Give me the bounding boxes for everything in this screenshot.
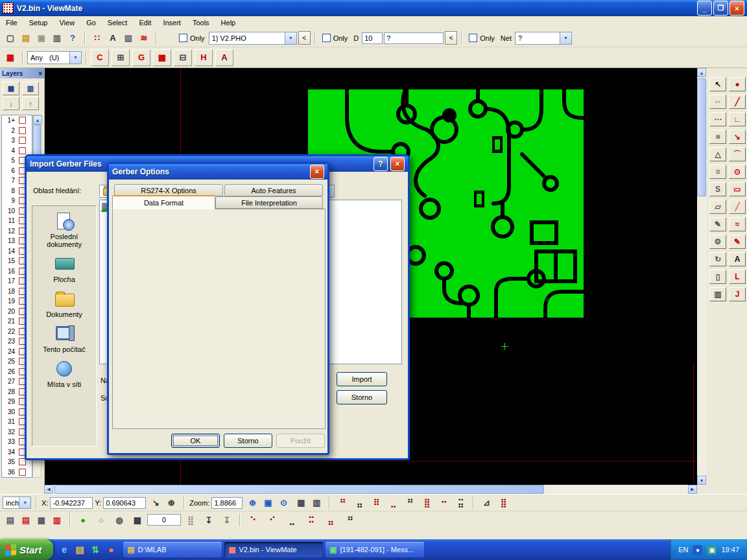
- fill-tool-icon[interactable]: ■: [709, 130, 726, 144]
- place-documents[interactable]: Dokumenty: [34, 289, 94, 318]
- grid-icon[interactable]: ▦: [293, 496, 309, 510]
- place-my-computer[interactable]: Tento počítač: [34, 324, 94, 353]
- aperture-pattern-icon[interactable]: ⠛: [342, 513, 358, 527]
- layer-combo[interactable]: 1) V2.PHO ▼: [209, 32, 297, 45]
- rotate-tool-icon[interactable]: ↻: [709, 252, 726, 266]
- place-network[interactable]: Místa v síti: [34, 359, 94, 388]
- language-indicator[interactable]: EN: [678, 546, 688, 554]
- zoom-window-icon[interactable]: ▣: [260, 496, 276, 510]
- dcode-pattern-icon[interactable]: ⠛: [335, 496, 350, 510]
- select-tool-icon[interactable]: ↖: [709, 77, 726, 91]
- save-icon[interactable]: ▣: [34, 31, 49, 45]
- l-shape-tool-icon[interactable]: L: [729, 270, 746, 284]
- open-folder-icon[interactable]: ▤: [18, 31, 34, 45]
- dcode-grid-icon[interactable]: ∷: [89, 31, 105, 45]
- aperture-pattern-icon[interactable]: ⠑: [245, 513, 261, 527]
- thin-line-tool-icon[interactable]: ╱: [729, 200, 746, 214]
- prev-layer-button[interactable]: <: [298, 31, 311, 45]
- snap-grid-icon[interactable]: ▦: [130, 513, 145, 527]
- net-combo[interactable]: ? ▼: [515, 32, 572, 45]
- only-layer-checkbox[interactable]: [179, 34, 187, 42]
- dcode-pattern-icon[interactable]: ⠿: [368, 496, 384, 510]
- spline-tool-icon[interactable]: S: [709, 182, 726, 196]
- menu-item[interactable]: File: [0, 18, 23, 28]
- trace-tool-icon[interactable]: ≈: [729, 217, 746, 231]
- menu-item[interactable]: Select: [102, 18, 134, 28]
- taskbar-task-button[interactable]: ▣ [191-482-091] - Mess...: [326, 542, 424, 557]
- zoom-point-icon[interactable]: ⊙: [276, 496, 291, 510]
- layers-tool-icon[interactable]: ▥: [709, 287, 726, 301]
- menu-item[interactable]: Edit: [133, 18, 157, 28]
- line-tool-icon[interactable]: ╱: [729, 95, 746, 109]
- scroll-down-icon[interactable]: ▼: [697, 476, 706, 485]
- aperture-list-icon[interactable]: A: [105, 31, 121, 45]
- minimize-button[interactable]: _: [697, 1, 712, 16]
- layer-swatch[interactable]: [19, 117, 26, 124]
- hscroll-thumb[interactable]: [54, 485, 544, 494]
- chevron-down-icon[interactable]: ▼: [69, 52, 81, 64]
- move-layer-down-icon[interactable]: ↓: [3, 97, 19, 110]
- settings-tool-icon[interactable]: ⚙: [709, 235, 726, 249]
- layer-swatch[interactable]: [19, 469, 26, 476]
- stack-marked-icon[interactable]: ▥: [49, 513, 65, 527]
- dcode-pattern-icon[interactable]: ⠛: [402, 496, 418, 510]
- drop-anchor-alt-icon[interactable]: ↧: [219, 513, 235, 527]
- place-recent-documents[interactable]: Poslední dokumenty: [34, 211, 94, 248]
- scroll-left-icon[interactable]: ◀: [44, 485, 53, 494]
- canvas-vscrollbar[interactable]: ▲ ▼: [697, 68, 706, 485]
- chevron-down-icon[interactable]: ▼: [560, 32, 571, 44]
- chevron-down-icon[interactable]: ▼: [285, 32, 296, 44]
- taskbar-task-button[interactable]: ▦ V2.bin - ViewMate: [224, 542, 323, 557]
- scroll-up-icon[interactable]: ▲: [697, 68, 706, 77]
- hatch-tool-icon[interactable]: ≡: [709, 165, 726, 179]
- tab-data-format[interactable]: Data Format: [112, 195, 215, 209]
- network-tray-icon[interactable]: ●: [693, 545, 702, 555]
- browser-icon[interactable]: ●: [105, 544, 117, 555]
- pattern-icon[interactable]: ⣿: [495, 496, 511, 510]
- multi-select-icon[interactable]: ⋯: [709, 112, 726, 126]
- aperture-pattern-icon[interactable]: ⣀: [284, 513, 300, 527]
- close-button[interactable]: ×: [729, 1, 744, 16]
- tab-file-interpretation[interactable]: File Interpretation: [215, 196, 323, 209]
- dcode-pattern-icon[interactable]: ⣤: [351, 496, 367, 510]
- new-file-icon[interactable]: ▢: [3, 31, 18, 45]
- dcode-pattern-icon[interactable]: ⣭: [453, 496, 468, 510]
- stack-icon[interactable]: ▦: [34, 513, 49, 527]
- aperture-pattern-icon[interactable]: ⠭: [303, 513, 319, 527]
- vector-tool-icon[interactable]: ↘: [729, 130, 746, 144]
- close-button[interactable]: ×: [310, 165, 324, 179]
- grid-dots-icon[interactable]: ▩: [153, 49, 171, 66]
- sketch-tool-icon[interactable]: ✎: [709, 217, 726, 231]
- edit-tool-icon[interactable]: ✎: [729, 235, 746, 249]
- triangle-tool-icon[interactable]: △: [709, 147, 726, 161]
- prev-dcode-button[interactable]: <: [445, 31, 457, 45]
- close-button[interactable]: ×: [390, 157, 405, 171]
- dcode-pattern-icon[interactable]: ⣿: [419, 496, 434, 510]
- layer-table-icon[interactable]: ▦: [3, 82, 19, 95]
- start-button[interactable]: Start: [0, 539, 53, 560]
- layer-list-icon[interactable]: ▥: [22, 82, 39, 95]
- aperture-filter-combo[interactable]: Any (U) ▼: [27, 51, 82, 64]
- circle-tool-icon[interactable]: ⊙: [729, 165, 746, 179]
- cancel-button[interactable]: Storno: [224, 434, 272, 448]
- taskbar-task-button[interactable]: ▤ D:\MLAB: [123, 542, 222, 557]
- move-layer-up-icon[interactable]: ↑: [22, 97, 39, 110]
- dcode-pattern-icon[interactable]: ⣀: [385, 496, 401, 510]
- probe-alt-icon[interactable]: ◍: [112, 513, 127, 527]
- j-shape-tool-icon[interactable]: J: [729, 287, 746, 301]
- import-button[interactable]: Import: [337, 372, 387, 386]
- dcode-pattern-icon[interactable]: ⠒: [436, 496, 451, 510]
- grid-alt-icon[interactable]: ▥: [309, 496, 324, 510]
- ok-button[interactable]: OK: [171, 434, 220, 448]
- step-value-field[interactable]: 0: [147, 514, 181, 526]
- scroll-right-icon[interactable]: ▶: [688, 485, 697, 494]
- internet-explorer-icon[interactable]: e: [58, 544, 70, 555]
- text-a-icon[interactable]: A: [215, 49, 233, 66]
- clock[interactable]: 19:47: [721, 546, 739, 554]
- apply-button[interactable]: Použít: [276, 434, 325, 448]
- trace-wave-icon[interactable]: ≋: [136, 31, 152, 45]
- dcode-field[interactable]: 10: [362, 32, 383, 44]
- layer-row[interactable]: 1+: [2, 115, 32, 126]
- gerber-options-titlebar[interactable]: Gerber Options ×: [109, 164, 327, 180]
- cancel-button[interactable]: Storno: [337, 390, 387, 404]
